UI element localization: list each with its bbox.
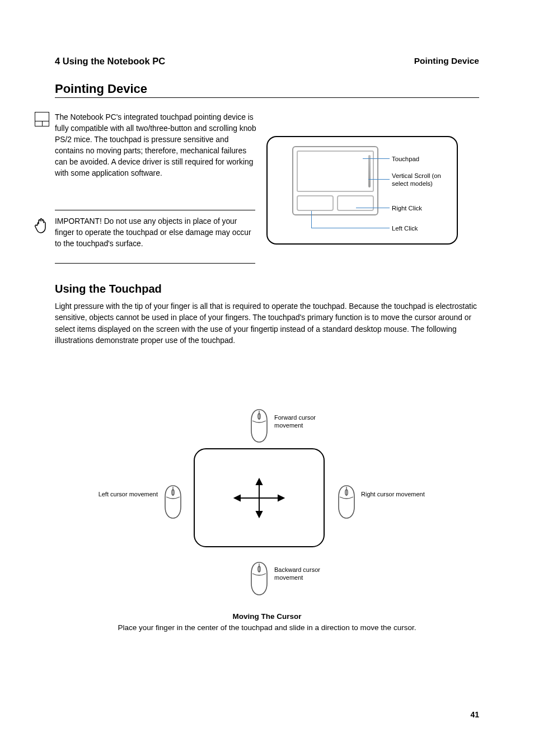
callout-line xyxy=(363,158,390,159)
svg-marker-1 xyxy=(256,479,262,485)
callout-vscroll: Vertical Scroll (on select models) xyxy=(392,172,453,187)
diagram-caption: Moving The Cursor Place your finger in t… xyxy=(55,611,479,633)
section-heading: Pointing Device xyxy=(55,82,479,98)
rule xyxy=(55,263,255,264)
touchpad-right-button xyxy=(337,195,374,211)
subheading: Using the Touchpad xyxy=(55,283,479,295)
cursor-label-left: Left cursor movement xyxy=(90,491,158,499)
svg-marker-2 xyxy=(256,511,262,517)
caption-title: Moving The Cursor xyxy=(232,612,301,621)
touchpad-icon xyxy=(35,112,49,126)
callout-line xyxy=(356,208,390,208)
touchpad-diagram: Touchpad Vertical Scroll (on select mode… xyxy=(266,136,458,245)
mouse-icon xyxy=(336,485,357,519)
svg-marker-4 xyxy=(235,495,240,501)
callout-line xyxy=(368,179,390,180)
touchpad-hardware xyxy=(292,146,378,215)
body-paragraph: Light pressure with the tip of your fing… xyxy=(55,301,479,347)
touchpad-surface xyxy=(297,151,374,192)
hand-stop-icon xyxy=(35,217,49,232)
chapter-label: 4 Using the Notebook PC xyxy=(55,56,165,67)
cursor-label-backward: Backward cursor movement xyxy=(274,566,336,582)
mouse-icon xyxy=(249,561,270,596)
note-text-2: IMPORTANT! Do not use any objects in pla… xyxy=(55,216,256,250)
rule xyxy=(55,210,255,210)
touchpad-scroll-strip xyxy=(368,155,371,187)
direction-arrows xyxy=(226,477,293,519)
callout-left-click: Left Click xyxy=(392,224,453,232)
page-number: 41 xyxy=(470,710,479,719)
callout-right-click: Right Click xyxy=(392,204,453,212)
mouse-icon xyxy=(249,408,270,443)
touchpad-left-button xyxy=(297,195,334,211)
callout-line xyxy=(311,228,390,228)
callout-line xyxy=(311,211,312,228)
mouse-icon xyxy=(162,485,184,519)
callout-touchpad: Touchpad xyxy=(392,155,453,163)
breadcrumb: Pointing Device xyxy=(414,56,479,66)
caption-text: Place your finger in the center of the t… xyxy=(118,623,416,632)
svg-marker-5 xyxy=(278,495,284,501)
note-text-1: The Notebook PC's integrated touchpad po… xyxy=(55,112,256,179)
cursor-label-right: Right cursor movement xyxy=(361,491,428,499)
cursor-label-forward: Forward cursor movement xyxy=(274,414,336,430)
